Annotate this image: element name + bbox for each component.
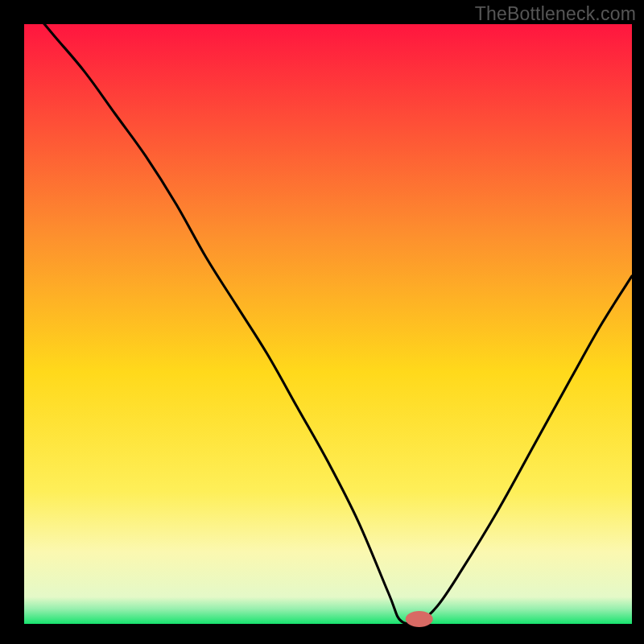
optimal-marker: [406, 611, 433, 627]
chart-frame: { "watermark": "TheBottleneck.com", "plo…: [0, 0, 644, 644]
watermark-text: TheBottleneck.com: [475, 3, 636, 25]
bottleneck-chart: [0, 0, 644, 644]
